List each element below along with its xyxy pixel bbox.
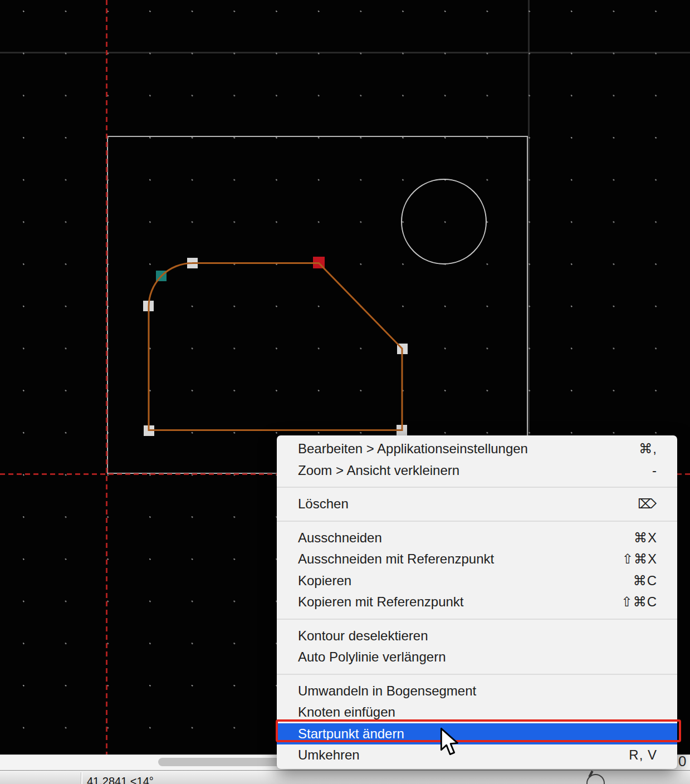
menu-item-shortcut: R, V [629,747,657,763]
menu-item-kopieren[interactable]: Kopieren ⌘C [277,570,677,592]
menu-separator [277,674,677,675]
menu-item-shortcut: - [652,463,657,478]
menu-item-loeschen[interactable]: Löschen ⌦ [277,493,677,515]
menu-item-ansicht-verkleinern[interactable]: Zoom > Ansicht verkleinern - [277,460,677,482]
circle-object[interactable] [401,179,487,264]
menu-item-kopieren-mit-referenzpunkt[interactable]: Kopieren mit Referenzpunkt ⇧⌘C [277,591,677,613]
menu-item-umwandeln-in-bogensegment[interactable]: Umwandeln in Bogensegment [277,680,677,702]
menu-item-label: Ausschneiden [298,530,382,546]
coordinate-readout: 0 [678,753,686,770]
menu-item-label: Kopieren mit Referenzpunkt [298,594,464,610]
contour-node[interactable] [143,301,154,311]
menu-item-label: Umwandeln in Bogensegment [298,683,476,699]
status-bar-divider [81,772,82,784]
contour-node[interactable] [144,425,154,436]
menu-item-auto-polylinie-verlaengern[interactable]: Auto Polylinie verlängern [277,646,677,668]
menu-separator [277,487,677,488]
menu-separator [277,619,677,620]
menu-item-label: Knoten einfügen [298,704,395,720]
context-menu: Bearbeiten > Applikationseinstellungen ⌘… [277,435,677,769]
menu-item-umkehren[interactable]: Umkehren R, V [277,744,677,766]
menu-item-label: Kopieren [298,573,351,589]
menu-item-label: Löschen [298,496,349,512]
contour-node[interactable] [397,425,407,435]
menu-item-ausschneiden[interactable]: Ausschneiden ⌘X [277,527,677,549]
measurement-readout: 41.2841 <14° [87,775,154,784]
menu-item-label: Bearbeiten > Applikationseinstellungen [298,441,528,457]
menu-item-label: Auto Polylinie verlängern [298,649,446,665]
menu-item-label: Zoom > Ansicht verkleinern [298,463,459,478]
menu-item-shortcut: ⌘X [634,530,657,546]
origin-axis-vertical [106,0,107,754]
contour-direction-node[interactable] [156,271,167,281]
angle-dial[interactable] [586,774,605,784]
menu-item-knoten-einfuegen[interactable]: Knoten einfügen [277,702,677,723]
menu-item-kontour-deselektieren[interactable]: Kontour deselektieren [277,625,677,647]
menu-item-shortcut: ⌘, [639,441,657,457]
contour-node[interactable] [187,258,198,268]
menu-separator [277,521,677,522]
menu-item-ausschneiden-mit-referenzpunkt[interactable]: Ausschneiden mit Referenzpunkt ⇧⌘X [277,548,677,570]
delete-key-icon: ⌦ [638,496,657,512]
menu-item-label: Startpunkt ändern [298,726,404,742]
menu-item-startpunkt-aendern[interactable]: Startpunkt ändern [277,723,677,745]
app-window: 41.2841 <14° 0 Bearbeiten > Applikations… [0,0,690,784]
menu-item-label: Kontour deselektieren [298,628,428,644]
contour-node[interactable] [397,344,408,354]
menu-item-shortcut: ⌘C [633,573,657,589]
contour-start-node[interactable] [313,257,325,268]
menu-item-shortcut: ⇧⌘X [622,551,657,567]
menu-item-applikationseinstellungen[interactable]: Bearbeiten > Applikationseinstellungen ⌘… [277,438,677,460]
menu-item-shortcut: ⇧⌘C [622,594,657,610]
menu-item-label: Umkehren [298,747,360,763]
menu-item-label: Ausschneiden mit Referenzpunkt [298,551,494,567]
